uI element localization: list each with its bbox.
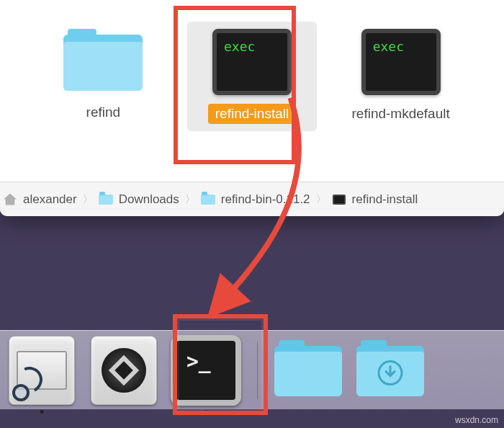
watermark: wsxdn.com <box>455 415 498 425</box>
breadcrumb-label: alexander <box>23 192 77 207</box>
stethoscope-icon <box>11 371 42 403</box>
finder-item-refind-mkdefault[interactable]: exec refind-mkdefault <box>336 22 466 131</box>
path-bar: alexander 〉 Downloads 〉 refind-bin-0.11.… <box>0 182 504 216</box>
running-indicator <box>40 410 44 414</box>
download-arrow-icon <box>377 360 403 385</box>
dock-item-downloads[interactable] <box>354 334 426 406</box>
dock-item-folder[interactable] <box>272 334 344 406</box>
dock-item-terminal[interactable]: >_ <box>170 334 242 406</box>
downloads-folder-icon <box>356 342 424 399</box>
dock-item-boot-camp[interactable] <box>88 334 160 406</box>
file-label: refind-install <box>208 104 296 124</box>
disk-utility-icon <box>9 336 75 405</box>
chevron-right-icon: 〉 <box>316 193 326 206</box>
dock-separator <box>256 342 258 399</box>
finder-icon-grid: refind exec refind-install exec refind-m… <box>0 0 504 159</box>
terminal-prompt: >_ <box>186 349 225 373</box>
exec-icon: exec <box>361 29 441 95</box>
finder-item-refind-install[interactable]: exec refind-install <box>187 22 317 131</box>
breadcrumb[interactable]: Downloads <box>99 192 179 207</box>
folder-icon <box>63 29 143 94</box>
exec-badge: exec <box>224 39 255 54</box>
folder-icon <box>201 192 215 207</box>
folder-icon <box>274 342 342 399</box>
folder-icon <box>99 192 113 207</box>
running-indicator <box>204 410 208 414</box>
terminal-icon: >_ <box>171 335 241 406</box>
boot-camp-icon <box>91 336 157 405</box>
exec-icon <box>332 192 346 207</box>
dock: >_ <box>0 330 504 409</box>
finder-item-refind[interactable]: refind <box>38 22 168 130</box>
finder-window: refind exec refind-install exec refind-m… <box>0 0 504 216</box>
breadcrumb[interactable]: refind-install <box>332 192 418 207</box>
dock-item-disk-utility[interactable] <box>6 334 78 406</box>
breadcrumb[interactable]: alexander <box>3 192 77 207</box>
chevron-right-icon: 〉 <box>185 193 195 206</box>
chevron-right-icon: 〉 <box>83 193 93 206</box>
file-label: refind-mkdefault <box>345 104 457 124</box>
exec-icon: exec <box>212 29 292 95</box>
exec-badge: exec <box>373 39 404 54</box>
file-label: refind <box>79 102 128 122</box>
breadcrumb-label: refind-bin-0.11.2 <box>221 192 310 207</box>
breadcrumb[interactable]: refind-bin-0.11.2 <box>201 192 310 207</box>
home-icon <box>3 192 17 207</box>
breadcrumb-label: refind-install <box>352 192 418 207</box>
breadcrumb-label: Downloads <box>119 192 179 207</box>
